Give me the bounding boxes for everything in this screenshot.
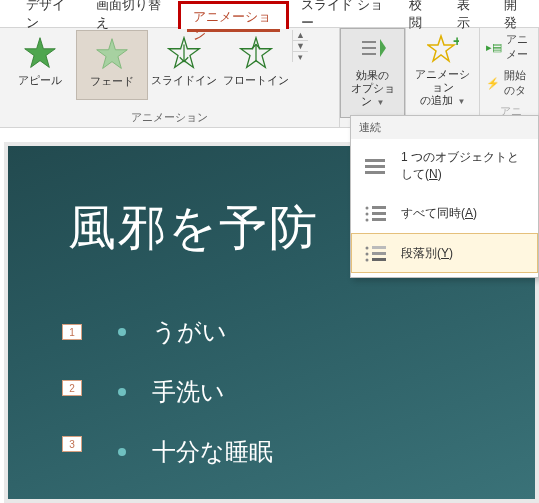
bullet-row-1: うがい (118, 316, 273, 348)
add-animation-icon: + (427, 34, 459, 64)
as-one-icon (363, 156, 391, 176)
bullet-row-3: 十分な睡眠 (118, 436, 273, 468)
svg-rect-13 (365, 165, 385, 168)
anim-order-2[interactable]: 2 (62, 380, 82, 396)
gallery-scroll: ▲ ▼ ▾ (292, 30, 308, 62)
bullet-row-2: 手洗い (118, 376, 273, 408)
by-paragraph-icon (363, 243, 391, 263)
svg-point-19 (366, 219, 369, 222)
anim-fade-label: フェード (90, 74, 134, 89)
side-list: ▸▤ アニメー ⚡ 開始のタ ☆ アニメー (480, 28, 539, 127)
svg-rect-16 (372, 206, 386, 209)
add-animation-label: アニメーション の追加 ▼ (414, 68, 471, 108)
option-by-paragraph[interactable]: 段落別(Y) (351, 233, 538, 273)
svg-point-23 (366, 253, 369, 256)
svg-marker-1 (97, 39, 128, 69)
svg-text:+: + (453, 34, 459, 49)
anim-floatin-label: フロートイン (223, 73, 289, 88)
anim-slidein[interactable]: スライドイン (148, 30, 220, 100)
anim-order-1[interactable]: 1 (62, 324, 82, 340)
svg-rect-22 (372, 246, 386, 249)
effect-options-icon (358, 35, 388, 65)
all-at-once-icon (363, 203, 391, 223)
anim-fade[interactable]: フェード (76, 30, 148, 100)
svg-point-17 (366, 213, 369, 216)
anim-order-3[interactable]: 3 (62, 436, 82, 452)
svg-marker-10 (428, 36, 454, 61)
svg-rect-18 (372, 212, 386, 215)
anim-appeal[interactable]: アピール (4, 30, 76, 100)
trigger-button[interactable]: ⚡ 開始のタ (486, 68, 532, 98)
ribbon-tabs: デザイン 画面切り替え アニメーション スライド ショー 校閲 表示 開発 (0, 0, 539, 28)
anim-appeal-label: アピール (18, 73, 62, 88)
svg-rect-20 (372, 218, 386, 221)
add-animation-button[interactable]: + アニメーション の追加 ▼ (406, 28, 479, 118)
svg-rect-12 (365, 159, 385, 162)
option-as-one-object[interactable]: 1 つのオブジェクトとして(N) (351, 139, 538, 193)
svg-point-21 (366, 247, 369, 250)
group-label-animation: アニメーション (4, 109, 335, 127)
gallery-down[interactable]: ▼ (293, 41, 308, 52)
dropdown-header: 連続 (351, 116, 538, 139)
effect-options-label: 効果の オプション ▼ (349, 69, 396, 109)
svg-marker-0 (25, 38, 56, 68)
bullet-1-text: うがい (152, 316, 227, 348)
svg-rect-24 (372, 252, 386, 255)
anim-floatin[interactable]: フロートイン (220, 30, 292, 100)
slide-bullets[interactable]: うがい 手洗い 十分な睡眠 (118, 316, 273, 496)
anim-slidein-label: スライドイン (151, 73, 217, 88)
svg-marker-9 (380, 39, 386, 57)
bullet-dot (118, 388, 126, 396)
animation-pane-button[interactable]: ▸▤ アニメー (486, 32, 532, 62)
bullet-dot (118, 448, 126, 456)
svg-rect-26 (372, 258, 386, 261)
svg-rect-14 (365, 171, 385, 174)
gallery-more[interactable]: ▾ (293, 52, 308, 62)
svg-point-15 (366, 207, 369, 210)
slide-title[interactable]: 風邪を予防 (68, 196, 319, 260)
effect-options-button[interactable]: 効果の オプション ▼ (340, 28, 405, 118)
tab-animations[interactable]: アニメーション (178, 1, 289, 29)
trigger-icon: ⚡ (486, 77, 500, 90)
bullet-dot (118, 328, 126, 336)
gallery-up[interactable]: ▲ (293, 30, 308, 41)
svg-point-25 (366, 259, 369, 262)
pane-icon: ▸▤ (486, 41, 502, 54)
ribbon: アピール フェード スライドイン フロートイン ▲ ▼ ▾ アニメーション (0, 28, 539, 128)
bullet-2-text: 手洗い (152, 376, 225, 408)
effect-options-dropdown: 連続 1 つのオブジェクトとして(N) すべて同時(A) 段落別(Y) (350, 115, 539, 278)
option-all-at-once[interactable]: すべて同時(A) (351, 193, 538, 233)
bullet-3-text: 十分な睡眠 (152, 436, 273, 468)
